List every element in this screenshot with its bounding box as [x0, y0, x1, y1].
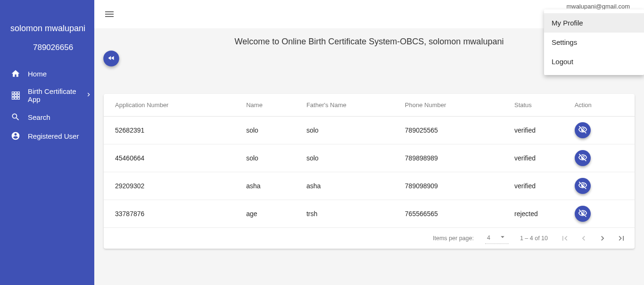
table-row: 45460664 solo solo 789898989 verified: [104, 144, 635, 172]
sidebar-item-label: Search: [28, 113, 50, 121]
col-header-name: Name: [240, 94, 301, 117]
user-circle-icon: [10, 131, 21, 141]
sidebar-item-home[interactable]: Home: [0, 64, 94, 83]
search-icon: [10, 112, 21, 122]
cell-name: solo: [240, 117, 301, 144]
cell-action: [569, 117, 635, 144]
back-button[interactable]: [103, 50, 119, 67]
sidebar-item-birth-cert-app[interactable]: Birth Certificate App: [0, 83, 94, 108]
menu-item-settings[interactable]: Settings: [544, 33, 644, 52]
col-header-father: Father's Name: [301, 94, 399, 117]
cell-father: solo: [301, 117, 399, 144]
sidebar-item-label: Registered User: [28, 132, 79, 140]
table-header-row: Application Number Name Father's Name Ph…: [104, 94, 635, 117]
sidebar: solomon mwalupani 789026656 Home Birth C…: [0, 0, 94, 285]
hamburger-icon: [104, 8, 115, 20]
paginator: Items per page: 4 1 – 4 of 10: [104, 228, 635, 249]
paginator-range: 1 – 4 of 10: [520, 235, 548, 242]
topbar-user-email[interactable]: mwalupani@gmail.com: [566, 0, 639, 10]
cell-father: trsh: [301, 200, 399, 228]
cell-phone: 789098909: [399, 172, 509, 200]
last-page-button[interactable]: [616, 233, 627, 244]
table-row: 29209302 asha asha 789098909 verified: [104, 172, 635, 200]
cell-action: [569, 200, 635, 228]
cell-father: asha: [301, 172, 399, 200]
eye-off-icon: [578, 153, 587, 164]
eye-off-icon: [578, 125, 587, 136]
view-action-button[interactable]: [575, 150, 591, 166]
home-icon: [10, 68, 21, 79]
chevron-right-icon: [85, 91, 92, 100]
col-header-action: Action: [569, 94, 635, 117]
sidebar-user-block: solomon mwalupani 789026656: [0, 0, 94, 64]
grid-icon: [10, 90, 21, 101]
eye-off-icon: [578, 181, 587, 192]
cell-phone: 789898989: [399, 144, 509, 172]
table-row: 52682391 solo solo 789025565 verified: [104, 117, 635, 144]
menu-toggle-button[interactable]: [104, 8, 115, 20]
sidebar-item-search[interactable]: Search: [0, 108, 94, 126]
dropdown-arrow-icon: [498, 233, 507, 243]
cell-app-no: 29209302: [104, 172, 240, 200]
rewind-icon: [107, 54, 116, 63]
footer-text: Online Birth Certificate System-OBCS @ 2…: [94, 249, 644, 285]
first-page-button[interactable]: [559, 233, 570, 244]
items-per-page-select[interactable]: 4: [485, 233, 509, 244]
cell-app-no: 45460664: [104, 144, 240, 172]
sidebar-item-registered-user[interactable]: Registered User: [0, 126, 94, 145]
cell-phone: 765566565: [399, 200, 509, 228]
view-action-button[interactable]: [575, 206, 591, 222]
table-row: 33787876 age trsh 765566565 rejected: [104, 200, 635, 228]
view-action-button[interactable]: [575, 178, 591, 194]
cell-app-no: 52682391: [104, 117, 240, 144]
cell-father: solo: [301, 144, 399, 172]
col-header-phone: Phone Number: [399, 94, 509, 117]
cell-status: verified: [509, 172, 569, 200]
cell-status: verified: [509, 117, 569, 144]
sidebar-item-label: Home: [28, 70, 47, 78]
cell-phone: 789025565: [399, 117, 509, 144]
view-action-button[interactable]: [575, 122, 591, 138]
sidebar-user-phone: 789026656: [10, 34, 89, 64]
cell-status: verified: [509, 144, 569, 172]
cell-name: asha: [240, 172, 301, 200]
cell-status: rejected: [509, 200, 569, 228]
prev-page-button[interactable]: [578, 233, 589, 244]
user-dropdown-menu: My Profile Settings Logout: [544, 9, 644, 75]
eye-off-icon: [578, 209, 587, 219]
cell-action: [569, 144, 635, 172]
applications-table: Application Number Name Father's Name Ph…: [104, 94, 635, 228]
cell-action: [569, 172, 635, 200]
sidebar-user-name: solomon mwalupani: [10, 24, 89, 34]
menu-item-logout[interactable]: Logout: [544, 52, 644, 71]
col-header-app-no: Application Number: [104, 94, 240, 117]
sidebar-item-label: Birth Certificate App: [28, 87, 89, 103]
next-page-button[interactable]: [597, 233, 608, 244]
cell-app-no: 33787876: [104, 200, 240, 228]
items-per-page-label: Items per page:: [433, 235, 474, 242]
items-per-page-value: 4: [487, 235, 490, 241]
cell-name: age: [240, 200, 301, 228]
col-header-status: Status: [509, 94, 569, 117]
paginator-controls: [559, 233, 627, 244]
menu-item-my-profile[interactable]: My Profile: [544, 13, 644, 33]
cell-name: solo: [240, 144, 301, 172]
applications-table-card: Application Number Name Father's Name Ph…: [104, 94, 635, 249]
